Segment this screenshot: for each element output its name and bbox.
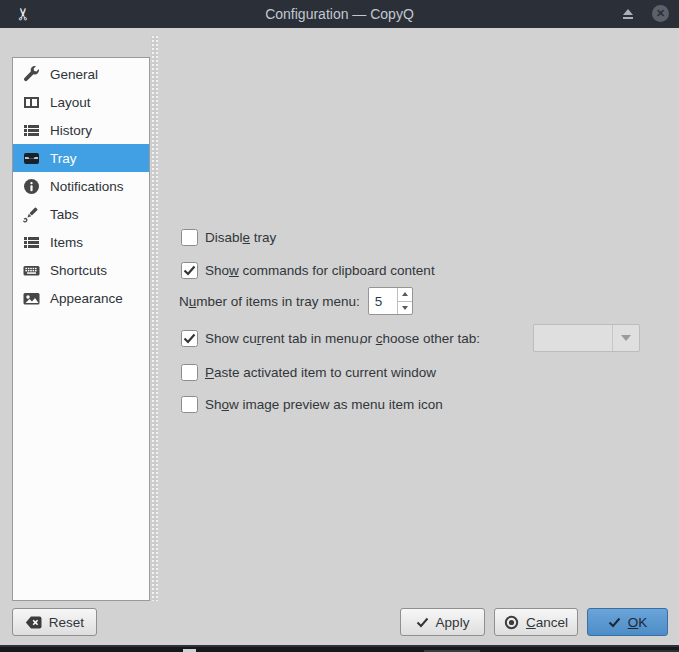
dialog-body: General Layout History Tray: [0, 28, 679, 645]
image-preview-checkbox[interactable]: [181, 396, 198, 413]
layout-columns-icon: [22, 93, 41, 112]
maximize-icon: [623, 9, 633, 15]
pen-icon: [22, 205, 41, 224]
sidebar-item-label: Appearance: [50, 291, 123, 306]
show-current-tab-checkbox[interactable]: [181, 330, 198, 347]
disable-tray-checkbox[interactable]: [181, 229, 198, 246]
ok-button-label: OK: [628, 615, 648, 630]
sidebar-item-label: General: [50, 67, 98, 82]
tray-items-count-spinner[interactable]: 5: [368, 287, 413, 315]
sidebar-item-tray[interactable]: Tray: [13, 144, 149, 172]
apply-button-label: Apply: [436, 615, 470, 630]
image-preview-row: Show image preview as menu item icon: [181, 395, 443, 413]
info-circle-icon: [22, 177, 41, 196]
sidebar-item-notifications[interactable]: Notifications: [13, 172, 149, 200]
show-current-tab-row: Show current tab in menu,: [181, 329, 363, 347]
sidebar-item-label: Layout: [50, 95, 91, 110]
window-title: Configuration — CopyQ: [0, 6, 679, 22]
sidebar-item-label: Notifications: [50, 179, 124, 194]
combobox-value: [534, 325, 612, 351]
clear-backspace-icon: [25, 616, 42, 629]
show-commands-row: Show commands for clipboard content: [181, 261, 435, 279]
ok-button[interactable]: OK: [587, 608, 668, 636]
other-tab-combobox[interactable]: [533, 324, 640, 352]
titlebar[interactable]: ✂ Configuration — CopyQ ✕: [0, 0, 679, 28]
spinner-down-button[interactable]: [398, 302, 412, 315]
disable-tray-row: Disable tray: [181, 228, 276, 246]
reset-button[interactable]: Reset: [12, 608, 97, 636]
spinner-up-button[interactable]: [398, 288, 412, 302]
sidebar-item-label: Items: [50, 235, 83, 250]
sidebar-item-shortcuts[interactable]: Shortcuts: [13, 256, 149, 284]
sidebar-item-tabs[interactable]: Tabs: [13, 200, 149, 228]
image-icon: [22, 289, 41, 308]
sidebar-item-history[interactable]: History: [13, 116, 149, 144]
sidebar-item-label: Tabs: [50, 207, 79, 222]
cancel-button[interactable]: Cancel: [494, 608, 578, 636]
sidebar-item-label: Tray: [50, 151, 77, 166]
sidebar-item-items[interactable]: Items: [13, 228, 149, 256]
close-button[interactable]: ✕: [652, 5, 669, 22]
paste-activated-label: Paste activated item to current window: [205, 365, 436, 380]
show-commands-checkbox[interactable]: [181, 262, 198, 279]
spinner-value[interactable]: 5: [369, 288, 397, 314]
configuration-dialog: ✂ Configuration — CopyQ ✕ General Layout: [0, 0, 679, 652]
chevron-down-icon: [621, 335, 631, 341]
show-current-tab-label: Show current tab in menu,: [205, 331, 363, 346]
wrench-icon: [22, 65, 41, 84]
cancel-circle-icon: [504, 615, 519, 630]
sidebar-item-layout[interactable]: Layout: [13, 88, 149, 116]
settings-nav-list: General Layout History Tray: [12, 57, 150, 601]
paste-activated-checkbox[interactable]: [181, 364, 198, 381]
keyboard-icon: [22, 261, 41, 280]
list-icon: [22, 121, 41, 140]
check-icon: [416, 617, 429, 628]
choose-other-tab-label: or choose other tab:: [360, 325, 480, 352]
sidebar-item-label: Shortcuts: [50, 263, 107, 278]
reset-button-label: Reset: [49, 615, 84, 630]
disable-tray-label: Disable tray: [205, 230, 276, 245]
tray-items-count-row: Number of items in tray menu: 5: [179, 287, 413, 315]
tray-icon: [22, 149, 41, 168]
arrow-up-icon: [402, 292, 408, 296]
paste-activated-row: Paste activated item to current window: [181, 363, 436, 381]
check-icon: [608, 617, 621, 628]
maximize-button[interactable]: [619, 5, 637, 23]
list-icon: [22, 233, 41, 252]
sidebar-item-appearance[interactable]: Appearance: [13, 284, 149, 312]
tray-items-count-label: Number of items in tray menu:: [179, 294, 360, 309]
scissors-app-icon: ✂: [14, 4, 34, 24]
arrow-down-icon: [402, 306, 408, 310]
sidebar-item-label: History: [50, 123, 92, 138]
background-window-edge: [0, 645, 679, 652]
cancel-button-label: Cancel: [526, 615, 568, 630]
apply-button[interactable]: Apply: [400, 608, 485, 636]
show-commands-label: Show commands for clipboard content: [205, 263, 435, 278]
sidebar-item-general[interactable]: General: [13, 60, 149, 88]
image-preview-label: Show image preview as menu item icon: [205, 397, 443, 412]
splitter-handle[interactable]: [151, 35, 158, 601]
